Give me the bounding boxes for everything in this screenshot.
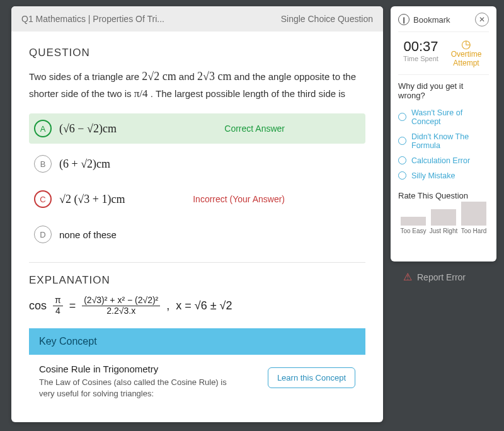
radio-icon: [398, 171, 406, 180]
option-text: none of these: [59, 229, 117, 240]
bar-icon: [461, 202, 486, 226]
bar-icon: [401, 217, 426, 226]
question-text: Two sides of a triangle are 2√2 cm and 2…: [29, 68, 365, 102]
math-fragment: cos: [29, 299, 47, 313]
panel-body: QUESTION Two sides of a triangle are 2√2…: [11, 32, 383, 422]
time-row: 00:37 Time Spent ◷ Overtime Attempt: [398, 32, 489, 75]
options-list: A (√6 − √2)cm Correct Answer B (6 + √2)c…: [29, 113, 365, 250]
reason-label: Calculation Error: [411, 156, 470, 165]
warning-icon: ⚠: [403, 271, 412, 283]
why-wrong-heading: Why did you get it wrong?: [398, 81, 489, 100]
math-fragment: x = √6 ± √2: [176, 299, 232, 313]
question-type-label: Single Choice Question: [281, 14, 373, 24]
option-text: √2 (√3 + 1)cm: [59, 193, 125, 206]
bar-label: Too Hard: [461, 227, 487, 234]
math-fragment: ,: [166, 299, 169, 313]
question-fragment: and: [179, 71, 197, 82]
option-letter: A: [34, 120, 52, 137]
panel-header: Q1 Mathematics | Properties Of Tri... Si…: [11, 6, 383, 32]
bookmark-label: Bookmark: [413, 15, 450, 25]
option-c[interactable]: C √2 (√3 + 1)cm Incorrect (Your Answer): [29, 184, 365, 214]
bar-icon: [431, 209, 456, 226]
option-letter: C: [34, 190, 52, 208]
radio-icon: [398, 156, 406, 164]
math-value: π/4: [134, 88, 148, 100]
reason-label: Didn't Know The Formula: [411, 132, 489, 150]
option-status: Correct Answer: [224, 124, 285, 134]
math-fragment: =: [69, 299, 76, 313]
reason-option[interactable]: Wasn't Sure of Concept: [398, 105, 489, 129]
question-fragment: Two sides of a triangle are: [29, 71, 142, 82]
bar-label: Just Right: [430, 227, 457, 234]
bookmark-icon: ❙: [398, 14, 410, 25]
breadcrumb: Q1 Mathematics | Properties Of Tri...: [21, 14, 164, 24]
question-heading: QUESTION: [29, 47, 365, 59]
option-letter: B: [34, 155, 52, 173]
reason-label: Silly Mistake: [411, 171, 455, 180]
option-b[interactable]: B (6 + √2)cm: [29, 149, 365, 179]
math-value: 2√2 cm: [142, 70, 176, 83]
reason-option[interactable]: Didn't Know The Formula: [398, 129, 489, 153]
report-error-button[interactable]: ⚠ Report Error: [403, 271, 466, 283]
rating-too-easy[interactable]: Too Easy: [398, 217, 428, 234]
concept-description: The Law of Cosines (also called the Cosi…: [39, 377, 228, 399]
reason-option[interactable]: Silly Mistake: [398, 168, 489, 183]
question-fragment: . The largest possible length of the thi…: [151, 88, 345, 99]
radio-icon: [398, 137, 406, 145]
option-text: (√6 − √2)cm: [59, 122, 117, 135]
close-icon: ✕: [479, 15, 485, 24]
close-button[interactable]: ✕: [475, 13, 489, 26]
reason-option[interactable]: Calculation Error: [398, 153, 489, 168]
time-value: 00:37: [398, 38, 444, 55]
option-d[interactable]: D none of these: [29, 219, 365, 250]
bar-label: Too Easy: [400, 227, 426, 234]
math-value: 2√3 cm: [197, 70, 231, 83]
reason-label: Wasn't Sure of Concept: [411, 108, 489, 126]
option-letter: D: [34, 226, 52, 243]
math-fraction: (2√3)² + x² − (2√2)² 2.2√3.x: [82, 296, 160, 316]
radio-icon: [398, 113, 406, 121]
rating-just-right[interactable]: Just Right: [428, 209, 459, 234]
fraction-denominator: 2.2√3.x: [105, 306, 137, 316]
time-spent: 00:37 Time Spent: [398, 38, 444, 68]
overtime-label: Overtime Attempt: [444, 50, 489, 68]
time-label: Time Spent: [398, 55, 444, 62]
rate-heading: Rate This Question: [398, 191, 489, 200]
option-status: Incorrect (Your Answer): [193, 194, 285, 204]
clock-icon: ◷: [444, 38, 489, 50]
fraction-denominator: 4: [54, 306, 62, 316]
rating-bars: Too Easy Just Right Too Hard: [398, 205, 489, 234]
side-top-row: ❙ Bookmark ✕: [398, 13, 489, 26]
concept-box: Cosine Rule in Trigonometry The Law of C…: [29, 364, 365, 399]
overtime-indicator: ◷ Overtime Attempt: [444, 38, 489, 68]
fraction-numerator: π: [53, 296, 63, 306]
bookmark-button[interactable]: ❙ Bookmark: [398, 14, 450, 25]
option-text: (6 + √2)cm: [59, 158, 110, 171]
rating-too-hard[interactable]: Too Hard: [459, 202, 489, 234]
question-panel: Q1 Mathematics | Properties Of Tri... Si…: [11, 6, 383, 422]
divider: [29, 262, 365, 263]
key-concept-banner: Key Concept: [29, 328, 365, 355]
option-a[interactable]: A (√6 − √2)cm Correct Answer: [29, 113, 365, 144]
side-panel: ❙ Bookmark ✕ 00:37 Time Spent ◷ Overtime…: [391, 6, 496, 261]
explanation-heading: EXPLANATION: [29, 274, 365, 287]
report-error-label: Report Error: [417, 272, 466, 282]
concept-name: Cosine Rule in Trigonometry: [39, 364, 228, 374]
fraction-numerator: (2√3)² + x² − (2√2)²: [82, 296, 160, 306]
learn-concept-button[interactable]: Learn this Concept: [268, 367, 355, 388]
concept-text: Cosine Rule in Trigonometry The Law of C…: [39, 364, 228, 399]
explanation-math: cos π 4 = (2√3)² + x² − (2√2)² 2.2√3.x ,…: [29, 296, 365, 316]
math-fraction: π 4: [53, 296, 63, 316]
